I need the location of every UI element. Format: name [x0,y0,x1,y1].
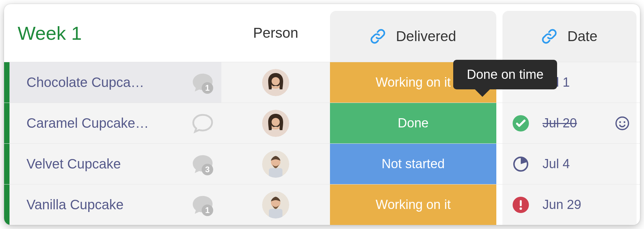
row-name-cell[interactable]: Velvet Cupcake3 [10,144,221,184]
column-header-person[interactable]: Person [221,25,330,41]
column-header-date-label: Date [567,28,597,45]
table-row[interactable]: Caramel Cupcake…DoneJul 20 [4,103,640,143]
group-title[interactable]: Week 1 [18,22,221,44]
alert-icon [513,197,529,213]
date-text: Jul 20 [542,116,577,130]
table-row[interactable]: Vanilla Cupcake1Working on itJun 29 [4,184,640,225]
row-color-stripe [4,62,10,103]
person-cell[interactable] [221,144,330,184]
smiley-icon[interactable] [615,116,630,131]
person-cell[interactable] [221,184,330,225]
avatar[interactable] [262,69,289,96]
link-icon [541,29,557,44]
chat-badge: 3 [202,164,213,175]
row-name-cell[interactable]: Chocolate Cupca…1 [10,62,221,103]
table-row[interactable]: Velvet Cupcake3Not startedJul 4 [4,143,640,184]
person-cell[interactable] [221,103,330,143]
date-cell[interactable]: Jun 29 [502,184,637,225]
chat-icon[interactable]: 3 [191,152,215,176]
chat-icon[interactable]: 1 [191,71,215,94]
chat-badge: 1 [202,82,213,94]
date-text: Jul 4 [542,157,570,171]
person-cell[interactable] [221,62,330,103]
clock-icon [513,156,529,172]
chat-icon[interactable] [191,111,215,135]
avatar[interactable] [262,110,289,137]
status-cell[interactable]: Done [330,103,496,143]
row-color-stripe [4,184,10,225]
date-text: Jun 29 [542,197,581,212]
row-name[interactable]: Velvet Cupcake [26,156,162,172]
row-color-stripe [4,103,10,143]
row-name[interactable]: Chocolate Cupca… [26,75,162,90]
row-color-stripe [4,144,10,184]
date-cell[interactable]: Jul 4 [502,144,637,184]
row-name-cell[interactable]: Vanilla Cupcake1 [10,184,221,225]
check-icon [513,115,529,131]
column-header-delivered-label: Delivered [396,28,456,45]
row-name-cell[interactable]: Caramel Cupcake… [10,103,221,143]
date-cell[interactable]: Jul 20 [502,103,637,143]
chat-icon[interactable]: 1 [191,193,215,217]
row-name[interactable]: Caramel Cupcake… [26,116,162,131]
chat-badge: 1 [202,205,213,216]
row-name[interactable]: Vanilla Cupcake [26,197,162,212]
status-cell[interactable]: Working on it [330,184,496,225]
link-icon [370,29,386,44]
group-header-row: Week 1 Person Delivered Date [4,4,640,62]
tooltip-done-on-time: Done on time [453,60,557,89]
avatar[interactable] [262,151,289,178]
board-group: Week 1 Person Delivered Date Done on tim… [4,4,640,225]
column-header-delivered[interactable]: Delivered [330,11,496,62]
column-header-date[interactable]: Date [502,11,637,62]
status-cell[interactable]: Not started [330,144,496,184]
avatar[interactable] [262,191,289,218]
